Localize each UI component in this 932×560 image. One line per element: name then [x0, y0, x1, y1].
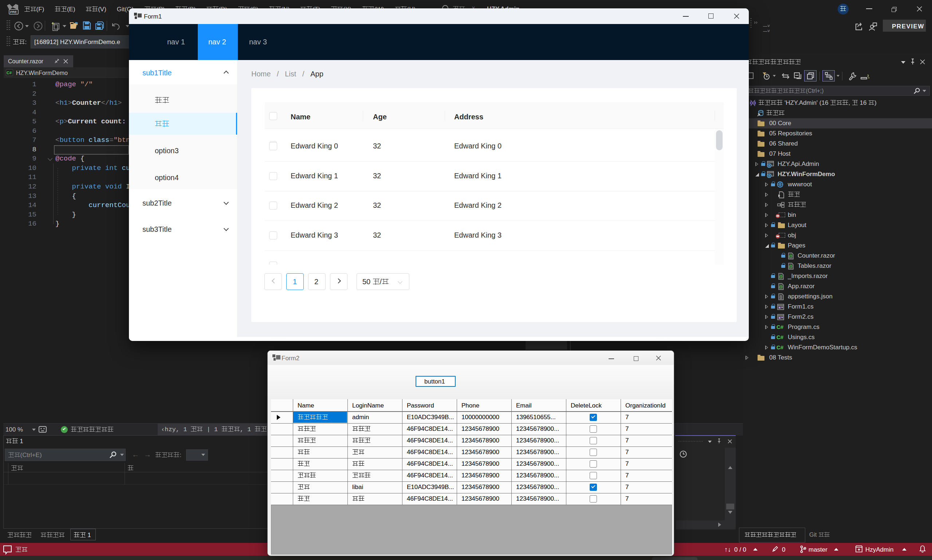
svg-text:PRE: PRE	[10, 10, 17, 14]
svg-text:@: @	[788, 264, 793, 269]
svg-text:@: @	[779, 274, 783, 279]
svg-text:{}: {}	[780, 295, 782, 299]
svg-text:@: @	[779, 285, 783, 289]
svg-text:@: @	[788, 254, 793, 258]
